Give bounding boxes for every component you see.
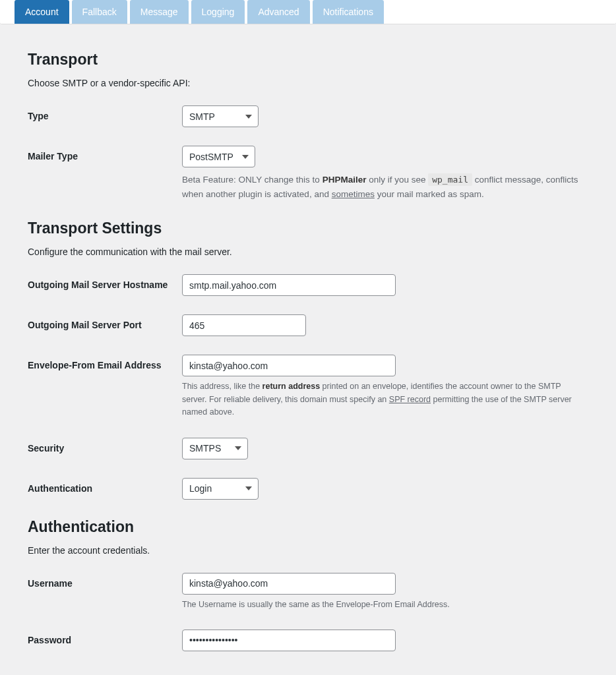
mailer-type-select[interactable]: PostSMTP <box>182 146 255 167</box>
username-input[interactable] <box>182 573 396 595</box>
transport-title: Transport <box>28 51 588 69</box>
sometimes-link[interactable]: sometimes <box>332 189 375 199</box>
port-label: Outgoing Mail Server Port <box>28 314 182 332</box>
password-label: Password <box>28 630 182 647</box>
security-select[interactable]: SMTPS <box>182 438 248 459</box>
password-input[interactable] <box>182 630 396 651</box>
tab-bar: Account Fallback Message Logging Advance… <box>0 0 616 24</box>
username-label: Username <box>28 573 182 590</box>
tab-message[interactable]: Message <box>130 0 189 24</box>
authentication-title: Authentication <box>28 518 588 536</box>
mailer-type-label: Mailer Type <box>28 146 182 163</box>
tab-logging[interactable]: Logging <box>191 0 245 24</box>
transport-settings-title: Transport Settings <box>28 220 588 237</box>
username-help: The Username is usually the same as the … <box>182 599 584 611</box>
hostname-label: Outgoing Mail Server Hostname <box>28 274 182 291</box>
spf-record-link[interactable]: SPF record <box>389 395 431 404</box>
tab-notifications[interactable]: Notifications <box>313 0 384 24</box>
envelope-help: This address, like the return address pr… <box>182 380 584 419</box>
authentication-field-label: Authentication <box>28 478 182 495</box>
envelope-label: Envelope-From Email Address <box>28 355 182 372</box>
type-select[interactable]: SMTP <box>182 105 259 127</box>
transport-desc: Choose SMTP or a vendor-specific API: <box>28 78 588 88</box>
tab-advanced[interactable]: Advanced <box>247 0 309 24</box>
tab-account[interactable]: Account <box>15 0 69 24</box>
security-label: Security <box>28 438 182 455</box>
mailer-type-help: Beta Feature: ONLY change this to PHPMai… <box>182 173 584 201</box>
transport-settings-desc: Configure the communication with the mai… <box>28 247 588 257</box>
tab-fallback[interactable]: Fallback <box>72 0 127 24</box>
authentication-select[interactable]: Login <box>182 478 259 500</box>
type-label: Type <box>28 105 182 123</box>
envelope-input[interactable] <box>182 355 396 376</box>
port-input[interactable] <box>182 314 306 336</box>
hostname-input[interactable] <box>182 274 396 296</box>
authentication-desc: Enter the account credentials. <box>28 545 588 556</box>
